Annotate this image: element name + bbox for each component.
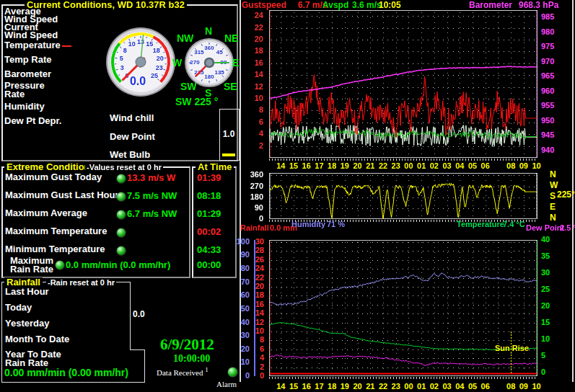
rainfall-title: Rainfall (4, 277, 43, 287)
axis-tick-label: 30 (235, 331, 251, 339)
time-axis-label: 02 (430, 382, 439, 391)
time-axis-label: 08 (506, 382, 515, 391)
time-axis-label: 23 (392, 161, 400, 170)
axis-tick-label: 20 (252, 282, 265, 290)
status-humidity-label: Humidity (291, 220, 325, 228)
time-axis-label: 22 (379, 382, 387, 391)
axis-tick-label: 980 (541, 28, 571, 36)
extreme-row-time: 01:29 (197, 209, 221, 218)
axis-tick-label: 10 (541, 335, 571, 343)
compass-point-nw: NW (177, 33, 193, 43)
extreme-row-label: Maximum Temperature (5, 227, 107, 236)
axis-tick-label: 270 (238, 182, 265, 190)
time-axis-label: 20 (353, 161, 361, 170)
barometer-label: Barometer (469, 1, 512, 9)
extreme-conditions-subtitle: -Values reset at 0 hr (85, 163, 163, 172)
axis-tick-label: 10 (238, 94, 265, 102)
chart-time: 10:05 (379, 1, 401, 9)
led-indicator (116, 246, 126, 256)
dir-current-value: 225° (557, 190, 575, 199)
compass-point-sw: SW (180, 81, 197, 92)
current-time: 10:00:00 (173, 354, 210, 363)
axis-tick-label: 180 (238, 193, 265, 201)
axis-tick-label: 24 (238, 12, 265, 19)
axis-tick-label: 970 (541, 58, 571, 66)
dir-letter-w: W (550, 181, 558, 190)
time-axis-label: 15 (289, 382, 298, 391)
axis-tick-label: 10 (252, 327, 265, 335)
time-axis-label: 09 (519, 382, 528, 391)
wind-barometer-chart[interactable] (269, 10, 537, 158)
wind-direction-reading: SW 225 ° (175, 97, 218, 107)
axis-tick-label: 80 (235, 264, 251, 272)
time-axis-label: 16 (302, 382, 311, 391)
label-dew-point: Dew Point (110, 133, 155, 141)
time-axis-label: 17 (315, 382, 323, 391)
axis-tick-label: 12 (252, 318, 265, 326)
barometer-value: 968.3 hPa (519, 1, 558, 9)
status-rainfall-label: Rainfall (240, 224, 269, 232)
alarm-label: Alarm (216, 380, 237, 388)
aux-gauge-value: 1.0 (219, 130, 238, 139)
axis-tick-label: 4 (252, 354, 265, 362)
axis-tick-label: 20 (238, 35, 265, 43)
status-temperature-label: Temperature (457, 220, 504, 228)
axis-tick-label: 22 (252, 274, 265, 282)
led-indicator (55, 260, 65, 270)
dir-letter-n1: N (550, 170, 556, 179)
axis-tick-label: 35 (541, 252, 571, 260)
axis-tick-label: 975 (541, 43, 571, 50)
humidity-temp-dew-chart[interactable] (269, 240, 537, 376)
led-indicator (116, 210, 126, 220)
axis-tick-label: 6 (252, 345, 265, 353)
axis-tick-label: 30 (252, 238, 265, 246)
tick-strip (269, 159, 537, 161)
time-axis-label: 21 (366, 382, 374, 391)
axis-tick-label: 14 (238, 71, 265, 79)
wind-direction-chart[interactable] (269, 173, 537, 219)
extreme-conditions-title: Extreme Conditions (4, 162, 97, 172)
axis-tick-label: 24 (252, 264, 265, 272)
extreme-row-time: 04:33 (197, 245, 221, 254)
rainfall-subtitle: -Rain reset at 0 hr (46, 278, 116, 287)
axis-tick-label: 965 (541, 72, 571, 80)
axis-tick-label: 940 (541, 146, 571, 154)
compass-point-n: N (205, 26, 212, 36)
time-axis-label: 04 (455, 161, 464, 170)
extreme-row-label: Minimum Temperature (5, 245, 105, 254)
temperature-trend-dash (62, 45, 71, 47)
time-axis-label: 06 (481, 382, 490, 391)
axis-tick-label: 22 (238, 24, 265, 32)
time-axis-label: 08 (506, 161, 515, 170)
label-wind-speed-2: Wind Speed (4, 31, 58, 40)
extreme-row-label: Maximum Gust Last Hour (5, 191, 118, 200)
upper-time-axis: 1415161718192021222300010203040506080910 (269, 161, 537, 171)
axis-tick-label: 955 (541, 102, 571, 110)
extreme-row-time: 00:00 (197, 260, 221, 270)
axis-tick-label: 12 (238, 83, 265, 91)
label-rate: Rate (4, 90, 25, 99)
axis-tick-label: 28 (252, 246, 265, 254)
data-received-count: 1 (205, 366, 209, 373)
wind-speed-gauge[interactable] (105, 26, 177, 98)
axis-tick-label: 90 (238, 204, 265, 212)
led-indicator (116, 192, 126, 202)
axis-tick-label: 16 (252, 300, 265, 308)
dir-letter-s: S (550, 192, 556, 200)
compass-point-w: W (172, 58, 182, 68)
status-humidity-value: 71 % (327, 220, 345, 228)
label-temperature: Temperature (4, 41, 61, 50)
time-axis-label: 02 (430, 161, 439, 170)
time-axis-label: 14 (276, 382, 285, 391)
gustspeed-label: Gustspeed (242, 1, 286, 9)
compass-point-ne: NE (224, 33, 238, 43)
time-axis-label: 01 (417, 161, 426, 170)
axis-tick-label: 60 (235, 291, 251, 299)
axis-tick-label: 6 (238, 118, 265, 126)
axis-tick-label: 945 (541, 131, 571, 139)
time-axis-label: 23 (392, 382, 400, 391)
axis-tick-label: 50 (235, 305, 251, 313)
led-indicator (116, 228, 126, 238)
axis-tick-label: 20 (541, 302, 571, 310)
extreme-row-time: 00:02 (197, 227, 221, 236)
